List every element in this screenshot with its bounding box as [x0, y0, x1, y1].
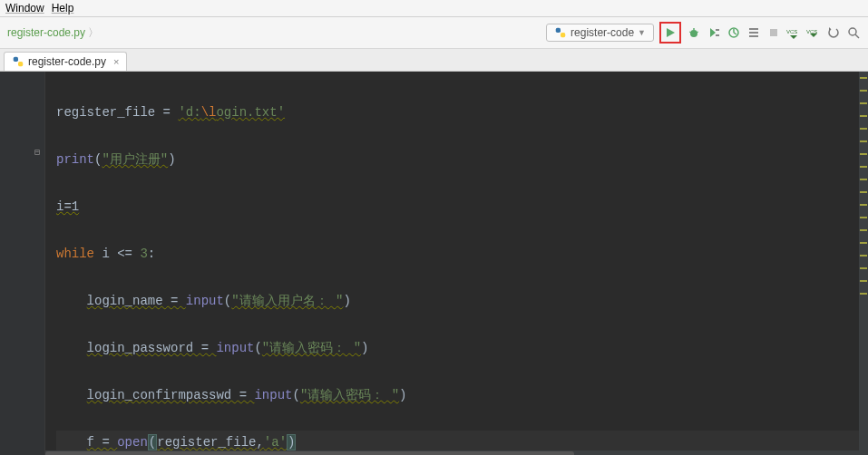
svg-rect-7	[716, 34, 719, 36]
breadcrumb[interactable]: register-code.py〉	[7, 25, 102, 41]
svg-line-10	[734, 33, 736, 34]
run-icon	[664, 26, 677, 39]
svg-rect-19	[14, 57, 18, 62]
attach-icon	[747, 26, 760, 39]
revert-button[interactable]	[826, 25, 841, 40]
svg-rect-14	[770, 29, 777, 36]
gutter[interactable]: ⊟	[0, 72, 45, 455]
coverage-icon	[707, 26, 720, 39]
editor-tabs: register-code.py ×	[0, 49, 868, 72]
toolbar: register-code ▼ VCS VCS	[546, 22, 861, 44]
python-file-icon	[12, 55, 24, 68]
menubar: Window Help	[0, 0, 868, 17]
warning-mark[interactable]	[860, 217, 867, 218]
warning-mark[interactable]	[860, 242, 867, 244]
debug-button[interactable]	[687, 25, 701, 40]
vcs-commit-button[interactable]: VCS	[806, 25, 821, 40]
svg-point-2	[690, 30, 697, 37]
warning-mark[interactable]	[860, 229, 867, 231]
svg-rect-1	[561, 33, 565, 37]
warning-mark[interactable]	[860, 293, 867, 295]
stop-icon	[767, 26, 780, 39]
warning-mark[interactable]	[860, 102, 867, 104]
chevron-right-icon: 〉	[88, 26, 99, 39]
tab-register-code[interactable]: register-code.py ×	[4, 52, 127, 71]
vcs-commit-icon: VCS	[806, 26, 821, 39]
search-button[interactable]	[846, 25, 861, 40]
svg-rect-11	[749, 32, 758, 34]
svg-rect-12	[749, 28, 758, 30]
warning-mark[interactable]	[860, 115, 867, 117]
warning-mark[interactable]	[860, 280, 867, 282]
svg-point-17	[849, 28, 856, 35]
run-button[interactable]	[663, 25, 678, 40]
profile-icon	[727, 26, 740, 39]
svg-text:VCS: VCS	[786, 29, 797, 34]
attach-button[interactable]	[746, 25, 761, 40]
coverage-button[interactable]	[707, 25, 721, 40]
fold-marker-icon[interactable]: ⊟	[34, 147, 40, 158]
profile-button[interactable]	[727, 25, 741, 40]
tab-close-icon[interactable]: ×	[113, 56, 119, 67]
svg-rect-13	[749, 35, 758, 37]
menu-window[interactable]: Window	[5, 2, 44, 15]
run-config-name: register-code	[571, 26, 634, 39]
scrollbar-thumb[interactable]	[45, 451, 574, 455]
warning-mark[interactable]	[860, 204, 867, 206]
search-icon	[847, 26, 860, 39]
chevron-down-icon: ▼	[638, 28, 646, 37]
warning-mark[interactable]	[860, 255, 867, 257]
stop-button[interactable]	[766, 25, 781, 40]
warning-mark[interactable]	[860, 179, 867, 180]
warning-mark[interactable]	[860, 77, 867, 79]
svg-rect-6	[716, 29, 719, 31]
svg-line-18	[855, 34, 859, 38]
python-icon	[554, 26, 567, 39]
warning-mark[interactable]	[860, 140, 867, 142]
horizontal-scrollbar[interactable]	[45, 450, 859, 455]
navigation-bar: register-code.py〉 register-code ▼ VC	[0, 17, 868, 49]
warning-mark[interactable]	[860, 191, 867, 193]
warning-mark[interactable]	[860, 267, 867, 269]
menu-help[interactable]: Help	[52, 2, 74, 15]
breadcrumb-file[interactable]: register-code.py	[7, 26, 85, 39]
warning-mark[interactable]	[860, 90, 867, 92]
warning-mark[interactable]	[860, 128, 867, 130]
svg-rect-20	[18, 62, 23, 66]
warning-mark[interactable]	[860, 166, 867, 168]
vcs-update-button[interactable]: VCS	[786, 25, 801, 40]
editor[interactable]: ⊟ register_file = 'd:\login.txt' print("…	[0, 72, 868, 455]
warning-mark[interactable]	[860, 153, 867, 155]
code-area[interactable]: register_file = 'd:\login.txt' print("用户…	[45, 72, 859, 455]
tab-filename: register-code.py	[28, 55, 106, 68]
error-stripe[interactable]	[859, 72, 868, 455]
debug-icon	[688, 26, 700, 39]
svg-rect-0	[556, 28, 561, 33]
revert-icon	[827, 26, 840, 39]
run-config-dropdown[interactable]: register-code ▼	[546, 24, 654, 42]
vcs-update-icon: VCS	[786, 26, 801, 39]
run-button-highlight	[659, 22, 681, 44]
